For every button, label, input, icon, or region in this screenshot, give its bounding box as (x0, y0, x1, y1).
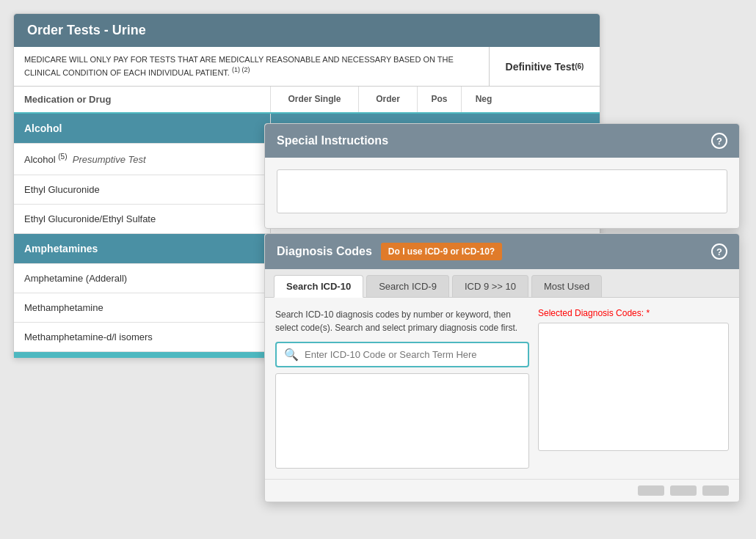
diagnosis-selected-area: Selected Diagnosis Codes: * (538, 308, 729, 469)
search-input[interactable] (305, 349, 520, 360)
search-icon: 🔍 (284, 348, 299, 362)
special-instructions-textarea[interactable] (277, 169, 727, 213)
special-instructions-body (265, 158, 739, 228)
search-box[interactable]: 🔍 (275, 342, 529, 367)
drug-name-alcohol-presumptive: Alcohol (5) Presumptive Test (14, 144, 271, 174)
tab-search-icd10[interactable]: Search ICD-10 (274, 275, 363, 298)
column-headers: Medication or Drug Order Single Order Po… (14, 87, 600, 114)
medicare-notice: MEDICARE WILL ONLY PAY FOR TESTS THAT AR… (14, 47, 490, 86)
icd-badge-button[interactable]: Do I use ICD-9 or ICD-10? (381, 243, 502, 260)
panel-title: Order Tests - Urine (14, 14, 600, 47)
drug-name-methamphetamine-dl: Methamphetamine-d/l isomers (14, 323, 271, 351)
drug-name-ethyl-glucuronide: Ethyl Glucuronide (14, 175, 271, 204)
search-results (275, 373, 529, 469)
tab-most-used[interactable]: Most Used (531, 275, 602, 297)
diagnosis-codes-header: Diagnosis Codes Do I use ICD-9 or ICD-10… (265, 234, 739, 269)
tab-icd9-to-10[interactable]: ICD 9 >> 10 (452, 275, 528, 297)
scroll-indicator-2 (670, 485, 697, 496)
tab-search-icd9[interactable]: Search ICD-9 (366, 275, 449, 297)
drug-name-amphetamine-adderall: Amphetamine (Adderall) (14, 264, 271, 293)
selected-label: Selected Diagnosis Codes: * (538, 308, 729, 318)
diagnosis-body: Search ICD-10 diagnosis codes by number … (265, 298, 739, 479)
medicare-row: MEDICARE WILL ONLY PAY FOR TESTS THAT AR… (14, 47, 600, 87)
diagnosis-footer (265, 479, 739, 502)
special-instructions-panel: Special Instructions ? (264, 123, 740, 229)
diagnosis-instructions: Search ICD-10 diagnosis codes by number … (275, 308, 529, 334)
col-medication: Medication or Drug (14, 87, 271, 112)
col-order: Order (359, 87, 418, 112)
definitive-test-header: Definitive Test(6) (490, 47, 600, 86)
group-name-alcohol: Alcohol (14, 114, 271, 143)
col-pos: Pos (418, 87, 462, 112)
scroll-indicator-1 (638, 485, 664, 496)
diagnosis-codes-title: Diagnosis Codes (277, 245, 372, 258)
special-instructions-header: Special Instructions ? (265, 124, 739, 158)
special-instructions-title: Special Instructions (277, 134, 388, 147)
group-name-amphetamines: Amphetamines (14, 234, 271, 263)
drug-name-methamphetamine: Methamphetamine (14, 293, 271, 322)
col-order-single: Order Single (271, 87, 359, 112)
diagnosis-help[interactable]: ? (711, 243, 727, 260)
diagnosis-search-area: Search ICD-10 diagnosis codes by number … (275, 308, 529, 469)
special-instructions-help[interactable]: ? (711, 133, 727, 149)
drug-name-ethyl-glucuronide-sulfate: Ethyl Glucuronide/Ethyl Sulfate (14, 205, 271, 233)
selected-codes (538, 323, 729, 451)
col-neg: Neg (462, 87, 506, 112)
diagnosis-tabs: Search ICD-10 Search ICD-9 ICD 9 >> 10 M… (265, 269, 739, 298)
scroll-indicator-3 (702, 485, 729, 496)
diagnosis-codes-panel: Diagnosis Codes Do I use ICD-9 or ICD-10… (264, 233, 740, 502)
